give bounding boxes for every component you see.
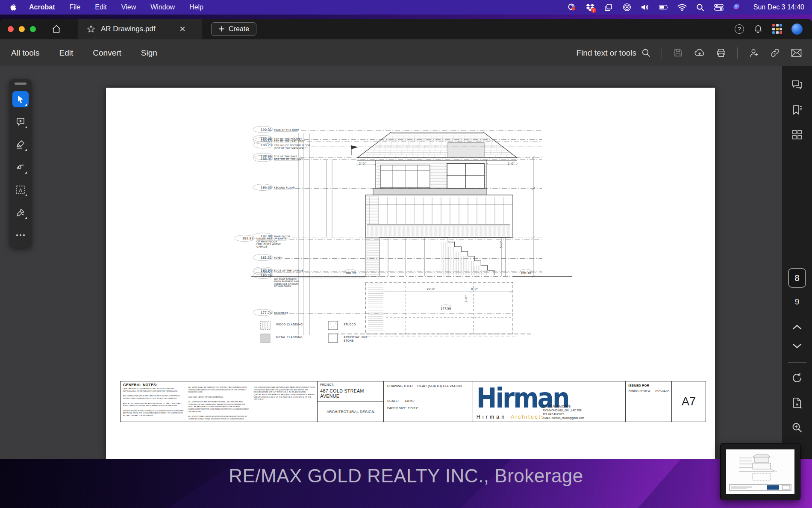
legend-swatch-stucco — [328, 321, 338, 330]
menu-view[interactable]: View — [121, 3, 136, 11]
home-icon[interactable] — [51, 24, 62, 34]
select-text-tool[interactable]: A — [12, 182, 29, 198]
zoom-in-icon[interactable] — [788, 418, 806, 437]
volume-icon[interactable] — [641, 3, 650, 12]
balcony-slab — [373, 189, 487, 195]
level-label: TOP OF THE FLAT ROOF — [274, 140, 305, 142]
project-cell: PROJECT: 487 COLD STREAM AVENUE ARCHITEC… — [318, 381, 384, 422]
wifi-icon[interactable] — [677, 3, 687, 12]
page-thumbnails-panel-icon[interactable] — [788, 125, 806, 144]
level-elevation: 181.51 — [261, 256, 272, 260]
star-icon[interactable] — [86, 24, 96, 34]
issued-date: 2023-04-02 — [655, 390, 669, 393]
menu-edit[interactable]: Edit — [95, 3, 107, 11]
legend-label: STUCCO — [344, 323, 356, 326]
user-avatar[interactable] — [791, 24, 803, 35]
notifications-bell-icon[interactable] — [753, 24, 763, 34]
desktop-wallpaper-strip: RE/MAX GOLD REALTY INC., Brokerage — [0, 459, 812, 508]
project-address: 487 COLD STREAM AVENUE — [320, 388, 381, 399]
level-label: BOTTOM OF THE EAVE — [274, 158, 303, 160]
battery-icon[interactable] — [659, 3, 668, 12]
plus-icon — [218, 26, 225, 32]
link-icon[interactable] — [770, 48, 780, 58]
grade-mark-arc — [344, 269, 356, 271]
menu-bar-clock[interactable]: Sun Dec 3 14:40 — [753, 3, 804, 11]
paper-size: PAPER SIZE: 11"x17" — [387, 406, 469, 410]
previous-page-icon[interactable] — [788, 318, 806, 337]
print-icon[interactable] — [716, 48, 726, 58]
sign-tool[interactable] — [12, 204, 29, 221]
legend-swatch-metal — [261, 334, 270, 343]
drawing-title: REAR (SOUTH) ELEVATION — [418, 384, 462, 388]
pdf-page[interactable]: 190.31PEAK OF THE ROOF189.68TOP OF THE P… — [106, 88, 715, 459]
dropbox-badge: 7 — [591, 8, 596, 13]
next-page-icon[interactable] — [788, 337, 806, 355]
close-window-button[interactable] — [8, 26, 14, 32]
pdf-thumbnail-preview[interactable] — [720, 443, 800, 500]
comments-panel-icon[interactable] — [788, 76, 806, 95]
dim-annotation: 5'-0" — [500, 241, 503, 248]
dim-annotation: 8'-0" — [471, 287, 478, 291]
lower-wall-strip — [365, 237, 380, 276]
bookmarks-panel-icon[interactable] — [788, 100, 806, 119]
next-page-number[interactable]: 9 — [795, 297, 800, 307]
dim-annotation: 15'-4" — [426, 287, 435, 291]
help-icon[interactable]: ? — [735, 24, 744, 34]
menu-file[interactable]: File — [69, 3, 80, 11]
create-button[interactable]: Create — [211, 22, 256, 36]
general-notes-col3: THE UNDERSIGNED HAS REVIEWED AND TAKES R… — [254, 386, 316, 421]
create-label: Create — [229, 25, 249, 33]
apps-grid-icon[interactable] — [772, 24, 782, 34]
menu-help[interactable]: Help — [189, 3, 203, 11]
draw-tool[interactable] — [12, 159, 29, 175]
dropbox-icon[interactable]: 7 — [585, 3, 595, 12]
siri-icon[interactable] — [733, 3, 742, 12]
menu-window[interactable]: Window — [150, 3, 175, 11]
add-user-icon[interactable] — [749, 48, 759, 58]
airplay-icon[interactable] — [622, 3, 632, 12]
extract-pages-icon[interactable] — [788, 393, 806, 412]
tab-close-icon[interactable]: ✕ — [179, 24, 186, 34]
all-tools-menu[interactable]: All tools — [11, 48, 40, 58]
palette-drag-handle[interactable] — [15, 83, 26, 85]
select-tool[interactable] — [12, 91, 29, 107]
right-sidebar: 8 9 — [782, 66, 812, 459]
grade-mark-arc — [520, 269, 532, 271]
acrobat-window: AR Drawings.pdf ✕ Create ? All tools Edi… — [0, 19, 812, 459]
main-floor-wall — [365, 195, 513, 237]
scale-label: SCALE: — [387, 399, 399, 403]
legend-label: METAL CLADDING — [276, 336, 303, 339]
level-elevation: 189.23 — [261, 143, 272, 147]
apple-menu-icon[interactable] — [9, 3, 17, 11]
copy-icon[interactable] — [604, 3, 613, 12]
current-page-box[interactable]: 8 — [788, 268, 806, 288]
spotlight-icon[interactable] — [696, 3, 705, 12]
issued-type: ZONING REVIEW — [628, 390, 650, 393]
highlight-tool[interactable] — [12, 136, 29, 153]
issued-for-label: ISSUED FOR — [628, 384, 669, 387]
level-label: SECOND FLOOR — [274, 186, 295, 189]
title-block: GENERAL NOTES:THIS DRAWING IS COPYRIGHTE… — [120, 381, 706, 422]
general-notes-col1: GENERAL NOTES:THIS DRAWING IS COPYRIGHTE… — [123, 383, 185, 421]
elevation-drawing: 190.31PEAK OF THE ROOF189.68TOP OF THE P… — [106, 40, 715, 431]
document-tab[interactable]: AR Drawings.pdf ✕ — [78, 19, 202, 39]
minimize-window-button[interactable] — [19, 26, 25, 32]
zoom-window-button[interactable] — [30, 26, 36, 32]
level-elevation: 177.74 — [261, 311, 272, 315]
legend-swatch-wood — [261, 321, 270, 330]
traffic-lights — [8, 26, 36, 32]
legend-label: WOOD CLADDING — [276, 323, 303, 326]
legend-stucco-dot — [335, 323, 335, 323]
add-comment-tool[interactable] — [12, 114, 29, 130]
screen-record-icon[interactable] — [567, 3, 577, 12]
rotate-page-icon[interactable] — [788, 369, 806, 387]
control-center-icon[interactable] — [714, 3, 724, 12]
more-tools[interactable] — [12, 227, 29, 243]
menu-acrobat[interactable]: Acrobat — [29, 3, 55, 11]
dim-annotation: 180.30 — [521, 272, 531, 275]
grade-mark-arc — [440, 305, 452, 307]
general-notes-col2: ALL WORK SHALL BE CARRIED OUT IN STRICT … — [188, 386, 250, 421]
dim-annotation: 2'-0" — [508, 162, 515, 165]
edit-menu[interactable]: Edit — [59, 48, 74, 58]
email-icon[interactable] — [791, 48, 802, 57]
